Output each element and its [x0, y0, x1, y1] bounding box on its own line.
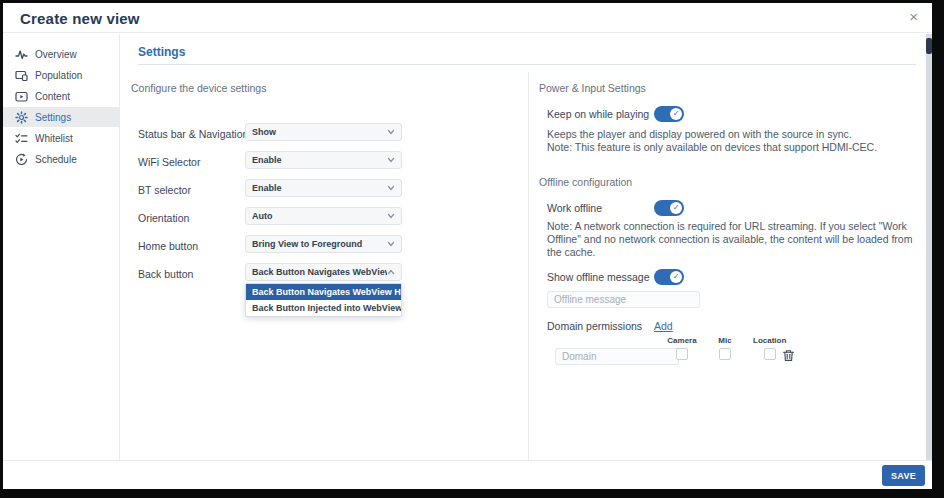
mic-label: Mic	[718, 336, 731, 345]
device-settings-section: Configure the device settings Status bar…	[131, 82, 526, 290]
section-title-offline: Offline configuration	[539, 176, 929, 188]
section-title-device: Configure the device settings	[131, 82, 526, 94]
sidebar-item-label: Content	[35, 91, 70, 102]
toggle-check-icon: ✓	[670, 202, 682, 214]
work-offline-toggle[interactable]: ✓	[654, 200, 684, 216]
checklist-icon	[15, 132, 28, 145]
sidebar-item-content[interactable]: Content	[3, 86, 119, 106]
location-label: Location	[753, 336, 786, 345]
keep-on-description: Keeps the player and display powered on …	[547, 128, 929, 154]
camera-permission: Camera	[667, 336, 697, 360]
dropdown-option-navigates-history[interactable]: Back Button Navigates WebView History	[246, 284, 401, 300]
dropdown-option-injected-webview[interactable]: Back Button Injected into WebView	[246, 300, 401, 316]
chevron-down-icon	[387, 128, 395, 136]
work-offline-note: Note: A network connection is required f…	[547, 220, 929, 259]
home-button-select[interactable]: Bring View to Foreground	[245, 235, 402, 253]
activity-icon	[15, 48, 28, 61]
sidebar-item-schedule[interactable]: Schedule	[3, 149, 119, 169]
orientation-select[interactable]: Auto	[245, 207, 402, 225]
close-icon[interactable]: ×	[909, 8, 918, 26]
domain-permission-entry: Camera Mic Location	[539, 336, 929, 370]
page-title: Settings	[138, 45, 185, 59]
home-button-label: Home button	[138, 237, 198, 255]
sidebar-item-label: Schedule	[35, 154, 77, 165]
toggle-check-icon: ✓	[670, 108, 682, 120]
keep-on-label: Keep on while playing	[547, 108, 654, 120]
form-row-orientation: Orientation Auto	[131, 206, 526, 234]
wifi-label: WiFi Selector	[138, 153, 200, 171]
sidebar-item-whitelist[interactable]: Whitelist	[3, 128, 119, 148]
schedule-icon	[15, 153, 28, 166]
camera-checkbox[interactable]	[676, 348, 688, 360]
save-button[interactable]: SAVE	[882, 465, 925, 486]
media-icon	[15, 90, 28, 103]
sidebar-item-label: Overview	[35, 49, 77, 60]
add-domain-link[interactable]: Add	[654, 320, 673, 332]
sidebar-item-overview[interactable]: Overview	[3, 44, 119, 64]
modal-header: Create new view ×	[3, 3, 932, 33]
form-row-bt: BT selector Enable	[131, 178, 526, 206]
camera-label: Camera	[667, 336, 696, 345]
back-button-label: Back button	[138, 265, 193, 283]
sidebar-item-population[interactable]: Population	[3, 65, 119, 85]
domain-permissions-row: Domain permissions Add	[547, 320, 929, 332]
screenshot-frame: Create new view × Overview Population	[0, 0, 944, 498]
wifi-select[interactable]: Enable	[245, 151, 402, 169]
trash-icon[interactable]	[782, 349, 795, 362]
section-title-power: Power & Input Settings	[539, 82, 929, 94]
sidebar-item-label: Settings	[35, 112, 71, 123]
show-offline-message-toggle[interactable]: ✓	[654, 269, 684, 285]
mic-permission: Mic	[710, 336, 740, 360]
keep-on-row: Keep on while playing ✓	[547, 106, 929, 122]
form-row-back-button: Back button Back Button Navigates WebVie…	[131, 262, 526, 290]
domain-permissions-label: Domain permissions	[547, 320, 654, 332]
keep-on-toggle[interactable]: ✓	[654, 106, 684, 122]
bt-select[interactable]: Enable	[245, 179, 402, 197]
offline-message-input[interactable]	[547, 291, 700, 308]
chevron-down-icon	[387, 184, 395, 192]
show-offline-message-row: Show offline message ✓	[547, 269, 929, 285]
work-offline-row: Work offline ✓	[547, 200, 929, 216]
location-checkbox[interactable]	[764, 348, 776, 360]
sidebar-item-label: Whitelist	[35, 133, 73, 144]
power-input-section: Power & Input Settings Keep on while pla…	[539, 82, 929, 370]
bt-label: BT selector	[138, 181, 191, 199]
column-divider	[528, 72, 529, 460]
permission-checkboxes: Camera Mic Location	[667, 336, 786, 360]
modal-footer: SAVE	[3, 460, 932, 489]
create-view-modal: Create new view × Overview Population	[3, 3, 932, 489]
form-row-wifi: WiFi Selector Enable	[131, 150, 526, 178]
form-row-statusbar: Status bar & Navigation bar Show	[131, 122, 526, 150]
settings-panel: Settings Configure the device settings S…	[121, 34, 926, 460]
heading-divider	[138, 64, 916, 65]
chevron-down-icon	[387, 156, 395, 164]
domain-input[interactable]	[555, 348, 679, 365]
chevron-down-icon	[387, 240, 395, 248]
sidebar-item-label: Population	[35, 70, 82, 81]
chevron-down-icon	[387, 212, 395, 220]
statusbar-select[interactable]: Show	[245, 123, 402, 141]
gear-icon	[15, 111, 28, 124]
sidebar: Overview Population Content Settings	[3, 34, 120, 460]
scrollbar-thumb[interactable]	[926, 38, 932, 54]
devices-icon	[15, 69, 28, 82]
orientation-label: Orientation	[138, 209, 189, 227]
modal-title: Create new view	[20, 10, 140, 27]
form-row-home-button: Home button Bring View to Foreground	[131, 234, 526, 262]
sidebar-item-settings[interactable]: Settings	[3, 107, 119, 127]
show-offline-message-label: Show offline message	[547, 271, 654, 283]
toggle-check-icon: ✓	[670, 271, 682, 283]
back-button-dropdown: Back Button Navigates WebView History Ba…	[245, 283, 402, 317]
work-offline-label: Work offline	[547, 202, 654, 214]
chevron-up-icon	[387, 268, 395, 276]
mic-checkbox[interactable]	[719, 348, 731, 360]
back-button-select[interactable]: Back Button Navigates WebView History	[245, 263, 402, 281]
